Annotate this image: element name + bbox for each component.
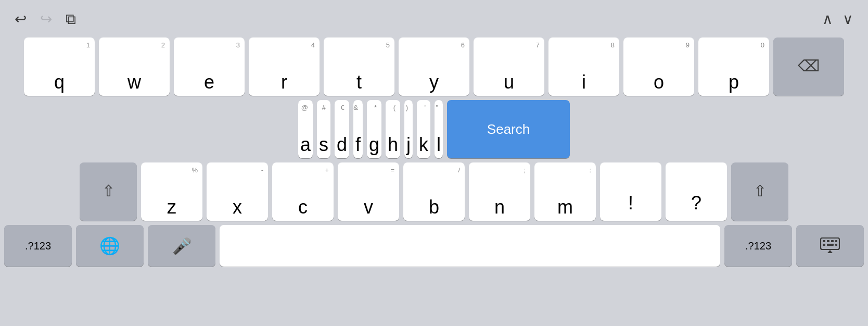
key-e[interactable]: 3 e: [174, 37, 245, 96]
svg-rect-6: [827, 244, 834, 246]
key-a[interactable]: @ a: [298, 100, 313, 158]
shift-right-button[interactable]: ⇧: [731, 162, 788, 221]
key-y[interactable]: 6 y: [399, 37, 469, 96]
shift-right-icon: ⇧: [754, 182, 767, 200]
numbers-right-label: .?123: [745, 240, 771, 252]
key-u[interactable]: 7 u: [474, 37, 544, 96]
key-f[interactable]: & f: [353, 100, 363, 158]
key-p[interactable]: 0 p: [698, 37, 769, 96]
globe-button[interactable]: 🌐: [76, 225, 144, 267]
space-button[interactable]: [220, 225, 720, 267]
keyboard-row-4: .?123 🌐 🎤 .?123: [2, 225, 866, 267]
keyboard-row-3: ⇧ % z - x + c = v / b ; n : m: [2, 162, 866, 221]
mic-icon: 🎤: [172, 237, 192, 255]
keyboard: 1 q 2 w 3 e 4 r 5 t 6 y 7 u 8 i: [0, 37, 868, 271]
undo-button[interactable]: ↩: [12, 10, 29, 29]
numbers-right-button[interactable]: .?123: [724, 225, 792, 267]
toolbar-left: ↩ ↪ ⧉: [12, 10, 78, 29]
key-s[interactable]: # s: [317, 100, 330, 158]
key-m[interactable]: : m: [534, 162, 596, 221]
down-button[interactable]: ∨: [840, 10, 856, 29]
key-t[interactable]: 5 t: [324, 37, 394, 96]
key-b[interactable]: / b: [403, 162, 465, 221]
key-c[interactable]: + c: [272, 162, 334, 221]
key-w[interactable]: 2 w: [99, 37, 170, 96]
numbers-left-label: .?123: [25, 240, 51, 252]
key-j[interactable]: ) j: [404, 100, 413, 158]
globe-icon: 🌐: [99, 236, 120, 256]
keyboard-row-1: 1 q 2 w 3 e 4 r 5 t 6 y 7 u 8 i: [2, 37, 866, 96]
copy-button[interactable]: ⧉: [63, 10, 78, 29]
key-l[interactable]: " l: [435, 100, 443, 158]
key-question[interactable]: ?: [666, 162, 727, 221]
key-n[interactable]: ; n: [469, 162, 530, 221]
search-label: Search: [487, 121, 530, 137]
keyboard-row-2: @ a # s € d & f * g ( h ) j ' k: [2, 100, 866, 158]
shift-left-icon: ⇧: [102, 182, 115, 200]
key-r[interactable]: 4 r: [249, 37, 320, 96]
svg-rect-4: [835, 240, 837, 242]
mic-button[interactable]: 🎤: [148, 225, 215, 267]
key-i[interactable]: 8 i: [548, 37, 619, 96]
svg-rect-7: [835, 244, 837, 246]
key-g[interactable]: * g: [367, 100, 381, 158]
svg-rect-2: [827, 240, 829, 242]
toolbar: ↩ ↪ ⧉ ∧ ∨: [0, 0, 868, 37]
key-v[interactable]: = v: [338, 162, 399, 221]
svg-marker-8: [827, 250, 833, 253]
key-o[interactable]: 9 o: [623, 37, 694, 96]
svg-rect-5: [823, 244, 825, 246]
key-exclamation[interactable]: !: [600, 162, 661, 221]
up-button[interactable]: ∧: [820, 10, 835, 29]
hide-keyboard-button[interactable]: [796, 225, 864, 267]
search-button[interactable]: Search: [447, 100, 570, 158]
key-z[interactable]: % z: [141, 162, 202, 221]
key-k[interactable]: ' k: [417, 100, 430, 158]
numbers-left-button[interactable]: .?123: [4, 225, 72, 267]
toolbar-right: ∧ ∨: [820, 10, 856, 29]
shift-left-button[interactable]: ⇧: [80, 162, 137, 221]
key-h[interactable]: ( h: [386, 100, 400, 158]
svg-rect-1: [823, 240, 825, 242]
key-q[interactable]: 1 q: [24, 37, 95, 96]
redo-button[interactable]: ↪: [38, 10, 54, 29]
key-d[interactable]: € d: [335, 100, 349, 158]
backspace-icon: ⌫: [798, 57, 820, 75]
keyboard-icon: [820, 237, 840, 254]
svg-rect-3: [831, 240, 834, 242]
key-x[interactable]: - x: [207, 162, 268, 221]
backspace-button[interactable]: ⌫: [773, 37, 844, 96]
